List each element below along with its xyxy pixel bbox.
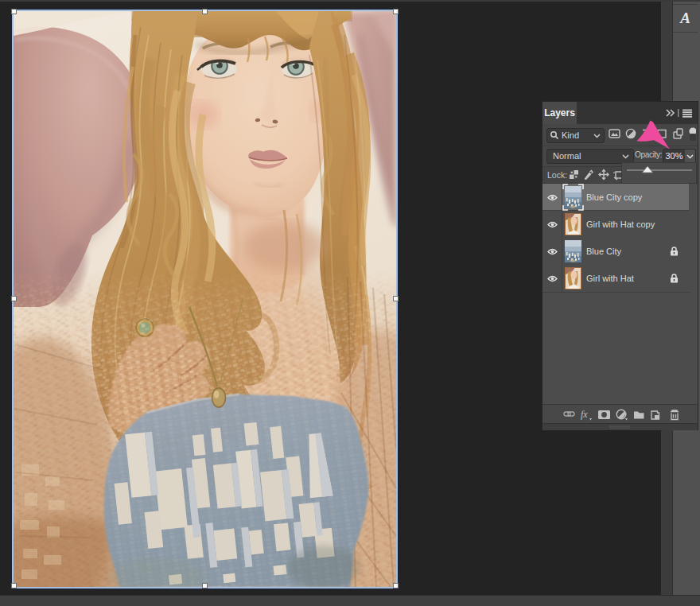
svg-text:fx: fx xyxy=(581,409,588,420)
